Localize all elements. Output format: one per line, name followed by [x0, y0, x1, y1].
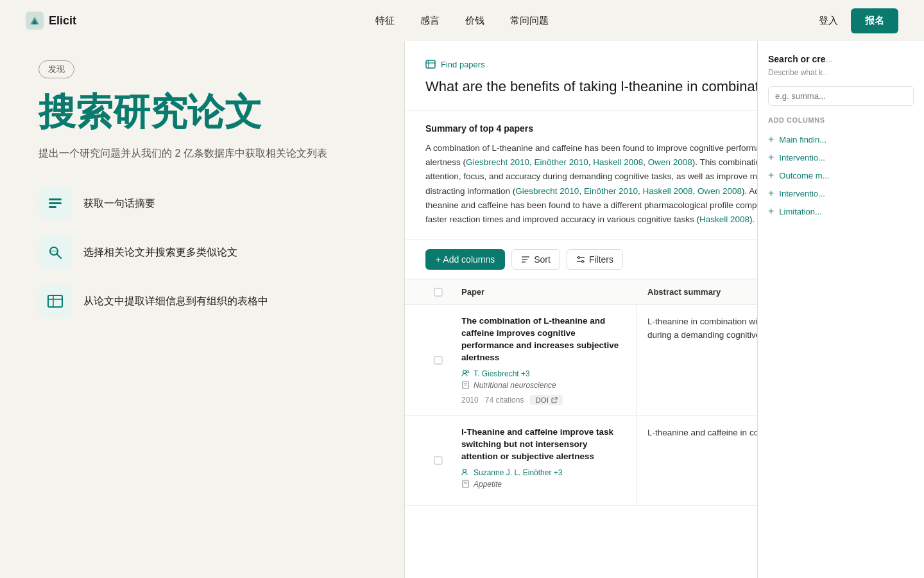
journal-icon [461, 381, 470, 389]
row1-meta: 2010 74 citations DOI [461, 395, 626, 405]
row1-citations: 74 citations [485, 396, 524, 405]
nav-features[interactable]: 特征 [375, 15, 395, 27]
search-icon-wrap [38, 236, 72, 269]
row1-year: 2010 [461, 396, 479, 405]
row1-authors-text: T. Giesbrecht +3 [474, 369, 530, 378]
table-icon [47, 293, 64, 310]
nav-actions: 登入 报名 [819, 8, 898, 33]
right-panel: Find papers What are the benefits of tak… [404, 41, 924, 578]
summary-link-4[interactable]: Owen 2008 [648, 157, 692, 167]
suggestion-outcome[interactable]: + Outcome m... [768, 166, 914, 184]
checkbox-icon [434, 288, 443, 297]
svg-rect-4 [49, 202, 62, 204]
suggestion-limitations[interactable]: + Limitation... [768, 202, 914, 220]
sort-icon [521, 255, 530, 264]
row1-doi[interactable]: DOI [530, 395, 562, 405]
filters-icon [576, 255, 585, 264]
checkbox-unchecked-icon [434, 456, 443, 465]
summary-link-6[interactable]: Einöther 2010 [584, 186, 638, 196]
nav-pricing[interactable]: 价钱 [465, 15, 484, 27]
elicit-logo-icon [26, 12, 44, 30]
summary-link-2[interactable]: Einöther 2010 [535, 157, 588, 167]
svg-rect-3 [49, 198, 62, 200]
row2-checkbox[interactable] [425, 416, 451, 505]
feature-summary-text: 获取一句话摘要 [83, 197, 155, 211]
svg-rect-12 [426, 60, 435, 68]
svg-point-21 [578, 257, 579, 259]
row2-authors-text: Suzanne J. L. Einöther +3 [474, 468, 562, 477]
checkbox-unchecked-icon [434, 356, 443, 365]
summary-link-8[interactable]: Owen 2008 [697, 186, 742, 196]
row2-title[interactable]: l-Theanine and caffeine improve task swi… [461, 426, 626, 463]
summary-icon [47, 195, 64, 212]
add-columns-button[interactable]: + Add columns [425, 249, 505, 270]
feature-summary: 获取一句话摘要 [38, 187, 366, 220]
filters-button[interactable]: Filters [567, 249, 623, 270]
find-papers-icon [425, 59, 436, 69]
plus-icon: + [768, 170, 774, 181]
doi-link-icon [551, 397, 558, 403]
sort-button[interactable]: Sort [511, 249, 560, 270]
suggestion-text-3: Outcome m... [779, 171, 829, 180]
signup-button[interactable]: 报名 [851, 8, 898, 33]
navbar: Elicit 特征 感言 价钱 常问问题 登入 报名 [0, 0, 924, 41]
authors-icon [461, 369, 470, 378]
row2-paper-cell: l-Theanine and caffeine improve task swi… [451, 416, 637, 505]
plus-icon: + [768, 134, 774, 145]
row1-checkbox[interactable] [425, 305, 451, 416]
feature-search-text: 选择相关论文并搜索更多类似论文 [83, 246, 237, 259]
panel-search-input[interactable] [768, 86, 914, 106]
journal-icon [461, 480, 470, 488]
header-paper: Paper [451, 279, 637, 304]
svg-point-27 [466, 371, 469, 374]
plus-icon: + [768, 206, 774, 217]
row1-authors: T. Giesbrecht +3 [461, 369, 626, 378]
discover-badge: 发现 [38, 60, 74, 78]
nav-faq[interactable]: 常问问题 [510, 15, 549, 27]
row1-title[interactable]: The combination of L-theanine and caffei… [461, 315, 626, 364]
suggestion-text-2: Interventio... [779, 153, 825, 162]
svg-point-32 [463, 469, 466, 473]
svg-rect-8 [49, 250, 58, 252]
suggestion-intervention-1[interactable]: + Interventio... [768, 148, 914, 166]
feature-table: 从论文中提取详细信息到有组织的表格中 [38, 285, 366, 318]
hero-description: 提出一个研究问题并从我们的 2 亿条数据库中获取相关论文列表 [38, 145, 366, 162]
summary-icon-wrap [38, 187, 72, 220]
svg-point-26 [463, 371, 466, 374]
summary-link-7[interactable]: Haskell 2008 [642, 186, 692, 196]
feature-table-text: 从论文中提取详细信息到有组织的表格中 [83, 295, 268, 308]
plus-icon: + [768, 152, 774, 163]
logo[interactable]: Elicit [26, 12, 76, 30]
authors-icon [461, 468, 470, 477]
row1-paper-cell: The combination of L-theanine and caffei… [451, 305, 637, 416]
summary-link-9[interactable]: Haskell 2008 [699, 215, 749, 224]
svg-rect-31 [434, 457, 442, 464]
logo-text: Elicit [49, 14, 76, 28]
suggestion-text-5: Limitation... [779, 207, 821, 216]
suggestion-intervention-2[interactable]: + Interventio... [768, 184, 914, 202]
suggestion-text-4: Interventio... [779, 189, 825, 198]
svg-rect-24 [434, 288, 442, 296]
suggestion-main-findings[interactable]: + Main findin... [768, 130, 914, 148]
row2-journal-text: Appetite [474, 480, 502, 489]
svg-rect-5 [49, 206, 56, 208]
add-columns-panel: Search or cre... Describe what k... ADD … [757, 41, 924, 578]
feature-search: 选择相关论文并搜索更多类似论文 [38, 236, 366, 269]
left-panel: 发现 搜索研究论文 提出一个研究问题并从我们的 2 亿条数据库中获取相关论文列表… [0, 41, 404, 578]
nav-testimonials[interactable]: 感言 [420, 15, 440, 27]
login-button[interactable]: 登入 [819, 15, 838, 27]
svg-point-23 [581, 261, 583, 263]
panel-title: Search or cre... [768, 54, 914, 64]
sort-label: Sort [534, 254, 551, 265]
plus-icon: + [768, 188, 774, 199]
add-columns-section-label: ADD COLUMNS [768, 116, 914, 124]
header-checkbox [425, 279, 451, 304]
svg-rect-9 [48, 295, 62, 307]
filters-label: Filters [589, 254, 613, 265]
summary-link-3[interactable]: Haskell 2008 [593, 157, 643, 167]
row1-journal: Nutritional neuroscience [461, 381, 626, 390]
summary-link-1[interactable]: Giesbrecht 2010 [466, 157, 529, 167]
panel-desc: Describe what k... [768, 68, 914, 77]
summary-link-5[interactable]: Giesbrecht 2010 [515, 186, 579, 196]
add-columns-label: + Add columns [436, 254, 495, 265]
